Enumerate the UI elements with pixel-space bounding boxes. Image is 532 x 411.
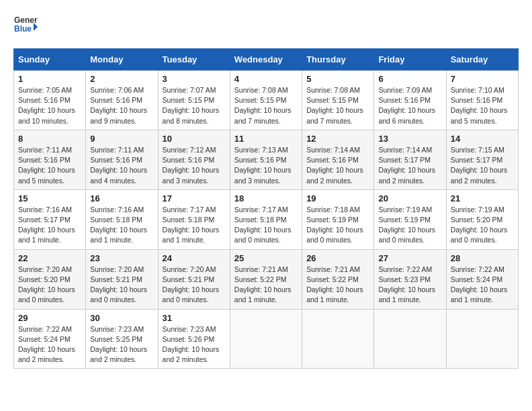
day-number: 24: [163, 253, 226, 263]
day-number: 8: [18, 134, 81, 144]
day-info: Sunrise: 7:21 AM Sunset: 5:22 PM Dayligh…: [306, 265, 369, 306]
calendar-cell: 9Sunrise: 7:11 AM Sunset: 5:16 PM Daylig…: [86, 130, 158, 189]
calendar-cell: 16Sunrise: 7:16 AM Sunset: 5:18 PM Dayli…: [86, 189, 158, 249]
day-info: Sunrise: 7:17 AM Sunset: 5:18 PM Dayligh…: [234, 205, 298, 246]
day-number: 14: [451, 134, 514, 144]
day-info: Sunrise: 7:17 AM Sunset: 5:18 PM Dayligh…: [163, 205, 226, 246]
calendar-cell: 26Sunrise: 7:21 AM Sunset: 5:22 PM Dayli…: [302, 249, 374, 309]
day-info: Sunrise: 7:15 AM Sunset: 5:17 PM Dayligh…: [451, 145, 514, 186]
weekday-header-wednesday: Wednesday: [230, 49, 302, 71]
day-info: Sunrise: 7:16 AM Sunset: 5:17 PM Dayligh…: [18, 205, 81, 246]
calendar-week-row: 29Sunrise: 7:22 AM Sunset: 5:24 PM Dayli…: [14, 309, 519, 369]
calendar-cell: [302, 309, 374, 369]
weekday-header-row: SundayMondayTuesdayWednesdayThursdayFrid…: [14, 49, 519, 71]
day-info: Sunrise: 7:23 AM Sunset: 5:25 PM Dayligh…: [90, 324, 153, 365]
weekday-header-saturday: Saturday: [446, 49, 518, 71]
calendar-cell: [446, 309, 518, 369]
calendar-cell: 13Sunrise: 7:14 AM Sunset: 5:17 PM Dayli…: [374, 130, 446, 189]
day-number: 15: [18, 193, 81, 203]
calendar-table: SundayMondayTuesdayWednesdayThursdayFrid…: [13, 48, 519, 369]
logo: General Blue: [13, 13, 38, 38]
calendar-week-row: 15Sunrise: 7:16 AM Sunset: 5:17 PM Dayli…: [14, 189, 519, 249]
day-number: 31: [163, 313, 226, 323]
day-number: 16: [90, 193, 153, 203]
calendar-cell: 14Sunrise: 7:15 AM Sunset: 5:17 PM Dayli…: [446, 130, 518, 189]
day-info: Sunrise: 7:19 AM Sunset: 5:19 PM Dayligh…: [378, 205, 441, 246]
svg-text:Blue: Blue: [14, 24, 32, 34]
day-info: Sunrise: 7:08 AM Sunset: 5:15 PM Dayligh…: [306, 85, 369, 126]
calendar-cell: 15Sunrise: 7:16 AM Sunset: 5:17 PM Dayli…: [14, 189, 86, 249]
day-number: 26: [306, 253, 369, 263]
day-number: 28: [451, 253, 514, 263]
calendar-cell: 22Sunrise: 7:20 AM Sunset: 5:20 PM Dayli…: [14, 249, 86, 309]
calendar-cell: 7Sunrise: 7:10 AM Sunset: 5:16 PM Daylig…: [446, 71, 518, 130]
day-info: Sunrise: 7:07 AM Sunset: 5:15 PM Dayligh…: [163, 85, 226, 126]
day-number: 1: [18, 74, 81, 84]
day-number: 27: [378, 253, 441, 263]
calendar-cell: 23Sunrise: 7:20 AM Sunset: 5:21 PM Dayli…: [86, 249, 158, 309]
weekday-header-monday: Monday: [86, 49, 158, 71]
day-info: Sunrise: 7:05 AM Sunset: 5:16 PM Dayligh…: [18, 85, 81, 126]
day-info: Sunrise: 7:11 AM Sunset: 5:16 PM Dayligh…: [90, 145, 153, 186]
day-info: Sunrise: 7:22 AM Sunset: 5:24 PM Dayligh…: [18, 324, 81, 365]
page-header: General Blue: [13, 13, 519, 38]
day-info: Sunrise: 7:14 AM Sunset: 5:17 PM Dayligh…: [378, 145, 441, 186]
day-number: 12: [306, 134, 369, 144]
day-number: 9: [90, 134, 153, 144]
calendar-cell: 12Sunrise: 7:14 AM Sunset: 5:16 PM Dayli…: [302, 130, 374, 189]
calendar-cell: 3Sunrise: 7:07 AM Sunset: 5:15 PM Daylig…: [158, 71, 230, 130]
calendar-cell: 29Sunrise: 7:22 AM Sunset: 5:24 PM Dayli…: [14, 309, 86, 369]
day-info: Sunrise: 7:16 AM Sunset: 5:18 PM Dayligh…: [90, 205, 153, 246]
calendar-cell: 25Sunrise: 7:21 AM Sunset: 5:22 PM Dayli…: [230, 249, 302, 309]
day-number: 29: [18, 313, 81, 323]
day-number: 30: [90, 313, 153, 323]
calendar-cell: 4Sunrise: 7:08 AM Sunset: 5:15 PM Daylig…: [230, 71, 302, 130]
day-info: Sunrise: 7:19 AM Sunset: 5:20 PM Dayligh…: [451, 205, 514, 246]
calendar-cell: 10Sunrise: 7:12 AM Sunset: 5:16 PM Dayli…: [158, 130, 230, 189]
day-info: Sunrise: 7:22 AM Sunset: 5:24 PM Dayligh…: [451, 265, 514, 306]
calendar-week-row: 8Sunrise: 7:11 AM Sunset: 5:16 PM Daylig…: [14, 130, 519, 189]
day-number: 6: [378, 74, 441, 84]
calendar-cell: 18Sunrise: 7:17 AM Sunset: 5:18 PM Dayli…: [230, 189, 302, 249]
weekday-header-tuesday: Tuesday: [158, 49, 230, 71]
calendar-cell: 6Sunrise: 7:09 AM Sunset: 5:16 PM Daylig…: [374, 71, 446, 130]
day-number: 11: [234, 134, 298, 144]
calendar-cell: 2Sunrise: 7:06 AM Sunset: 5:16 PM Daylig…: [86, 71, 158, 130]
day-number: 10: [163, 134, 226, 144]
day-info: Sunrise: 7:22 AM Sunset: 5:23 PM Dayligh…: [378, 265, 441, 306]
calendar-cell: 8Sunrise: 7:11 AM Sunset: 5:16 PM Daylig…: [14, 130, 86, 189]
logo-container: General Blue: [13, 13, 38, 38]
calendar-cell: 27Sunrise: 7:22 AM Sunset: 5:23 PM Dayli…: [374, 249, 446, 309]
day-info: Sunrise: 7:09 AM Sunset: 5:16 PM Dayligh…: [378, 85, 441, 126]
calendar-cell: [374, 309, 446, 369]
calendar-cell: 17Sunrise: 7:17 AM Sunset: 5:18 PM Dayli…: [158, 189, 230, 249]
day-info: Sunrise: 7:23 AM Sunset: 5:26 PM Dayligh…: [163, 324, 226, 365]
day-number: 18: [234, 193, 298, 203]
day-number: 21: [451, 193, 514, 203]
calendar-cell: 28Sunrise: 7:22 AM Sunset: 5:24 PM Dayli…: [446, 249, 518, 309]
day-info: Sunrise: 7:13 AM Sunset: 5:16 PM Dayligh…: [234, 145, 298, 186]
day-number: 23: [90, 253, 153, 263]
calendar-cell: 24Sunrise: 7:20 AM Sunset: 5:21 PM Dayli…: [158, 249, 230, 309]
day-number: 3: [163, 74, 226, 84]
calendar-cell: 19Sunrise: 7:18 AM Sunset: 5:19 PM Dayli…: [302, 189, 374, 249]
day-number: 5: [306, 74, 369, 84]
day-number: 7: [451, 74, 514, 84]
calendar-cell: 21Sunrise: 7:19 AM Sunset: 5:20 PM Dayli…: [446, 189, 518, 249]
calendar-cell: 20Sunrise: 7:19 AM Sunset: 5:19 PM Dayli…: [374, 189, 446, 249]
day-number: 25: [234, 253, 298, 263]
day-number: 13: [378, 134, 441, 144]
day-info: Sunrise: 7:10 AM Sunset: 5:16 PM Dayligh…: [451, 85, 514, 126]
day-number: 19: [306, 193, 369, 203]
logo-icon: General Blue: [13, 13, 38, 38]
day-info: Sunrise: 7:11 AM Sunset: 5:16 PM Dayligh…: [18, 145, 81, 186]
calendar-cell: 30Sunrise: 7:23 AM Sunset: 5:25 PM Dayli…: [86, 309, 158, 369]
day-info: Sunrise: 7:20 AM Sunset: 5:20 PM Dayligh…: [18, 265, 81, 306]
calendar-cell: [230, 309, 302, 369]
weekday-header-friday: Friday: [374, 49, 446, 71]
calendar-cell: 11Sunrise: 7:13 AM Sunset: 5:16 PM Dayli…: [230, 130, 302, 189]
day-info: Sunrise: 7:12 AM Sunset: 5:16 PM Dayligh…: [163, 145, 226, 186]
day-number: 20: [378, 193, 441, 203]
day-info: Sunrise: 7:06 AM Sunset: 5:16 PM Dayligh…: [90, 85, 153, 126]
calendar-cell: 31Sunrise: 7:23 AM Sunset: 5:26 PM Dayli…: [158, 309, 230, 369]
